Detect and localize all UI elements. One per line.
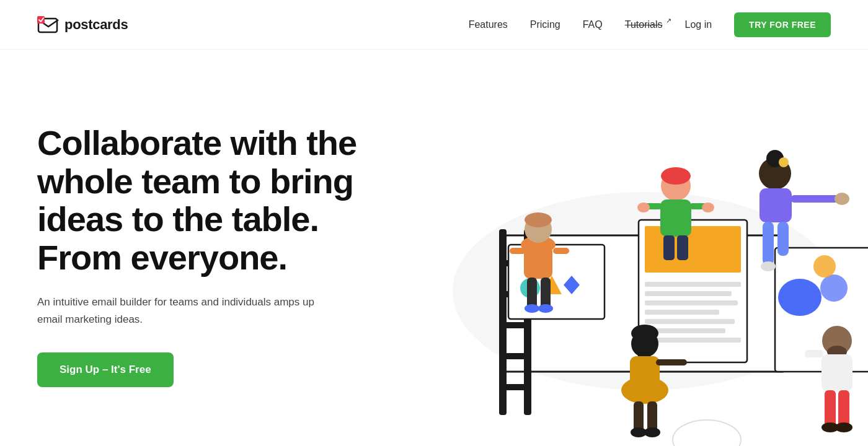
svg-point-57 (631, 325, 658, 342)
svg-point-34 (525, 304, 539, 313)
svg-point-39 (661, 167, 691, 185)
svg-point-25 (778, 279, 822, 316)
nav-pricing[interactable]: Pricing (530, 19, 560, 30)
svg-rect-36 (510, 248, 526, 254)
svg-rect-40 (660, 199, 691, 237)
svg-rect-8 (499, 322, 531, 328)
svg-point-26 (820, 274, 848, 302)
svg-point-55 (835, 193, 849, 205)
svg-rect-9 (499, 353, 531, 359)
svg-rect-45 (663, 235, 675, 260)
svg-rect-52 (777, 222, 789, 256)
hero-title: Collaborate with the whole team to bring… (37, 124, 378, 276)
nav-faq[interactable]: FAQ (583, 19, 603, 30)
svg-rect-60 (656, 359, 687, 365)
main-nav: Features Pricing FAQ Tutorials Log in TR… (469, 12, 831, 37)
site-header: postcards Features Pricing FAQ Tutorials… (0, 0, 868, 50)
hero-subtitle: An intuitive email builder for teams and… (37, 294, 322, 327)
svg-rect-18 (645, 291, 732, 296)
svg-rect-19 (645, 300, 738, 305)
nav-features[interactable]: Features (469, 19, 508, 30)
svg-rect-33 (541, 278, 551, 308)
logo[interactable]: postcards (37, 16, 128, 33)
svg-rect-67 (822, 354, 852, 391)
svg-point-59 (621, 377, 668, 404)
svg-rect-51 (763, 222, 774, 265)
nav-tutorials[interactable]: Tutorials (625, 19, 663, 30)
svg-rect-68 (825, 390, 836, 427)
svg-rect-69 (838, 390, 849, 427)
svg-point-49 (779, 157, 789, 167)
logo-icon (37, 16, 60, 33)
svg-point-64 (644, 427, 660, 437)
svg-rect-20 (645, 310, 719, 315)
svg-rect-37 (553, 248, 569, 254)
hero-section: Collaborate with the whole team to bring… (0, 50, 868, 446)
svg-rect-32 (527, 278, 537, 308)
svg-rect-46 (677, 235, 688, 260)
nav-login[interactable]: Log in (685, 19, 712, 30)
svg-point-72 (835, 422, 852, 432)
svg-rect-50 (760, 188, 792, 222)
logo-text: postcards (64, 17, 128, 33)
svg-point-73 (673, 420, 741, 446)
svg-rect-17 (645, 282, 741, 287)
svg-point-31 (525, 212, 552, 227)
try-for-free-button[interactable]: TRY FOR FREE (734, 12, 831, 37)
hero-illustration (403, 62, 868, 446)
svg-point-35 (538, 304, 553, 313)
svg-point-43 (637, 203, 650, 212)
svg-rect-21 (645, 319, 735, 324)
svg-rect-70 (805, 350, 823, 357)
svg-rect-16 (645, 226, 741, 273)
svg-rect-1 (37, 16, 45, 24)
svg-rect-23 (645, 338, 741, 343)
svg-rect-54 (790, 195, 840, 203)
svg-point-53 (761, 261, 776, 271)
svg-point-27 (813, 255, 836, 278)
svg-rect-10 (499, 384, 531, 390)
svg-point-44 (702, 203, 714, 212)
signup-button[interactable]: Sign Up – It's Free (37, 352, 174, 387)
svg-rect-29 (524, 245, 552, 279)
hero-text-block: Collaborate with the whole team to bring… (37, 99, 378, 387)
